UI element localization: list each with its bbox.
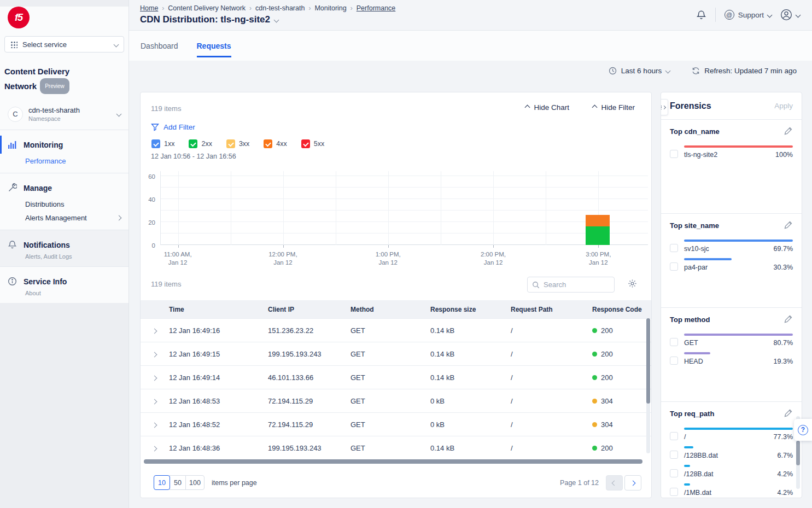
sidebar-item-manage[interactable]: Manage <box>0 180 128 196</box>
forensics-collapse-button[interactable] <box>661 99 668 115</box>
checkbox[interactable] <box>670 469 678 477</box>
checkbox-icon[interactable] <box>226 139 235 148</box>
page-size-100[interactable]: 100 <box>185 475 205 490</box>
checkbox[interactable] <box>670 150 678 158</box>
row-expand-button[interactable] <box>141 326 169 335</box>
status-filter-5xx[interactable]: 5xx <box>301 139 324 148</box>
value-bar <box>684 240 793 242</box>
forensics-item-label[interactable]: tls-ng-site2 <box>684 151 717 159</box>
select-service-dropdown[interactable]: Select service <box>4 36 124 52</box>
forensics-item-label[interactable]: /128BB.dat <box>684 452 718 459</box>
forensics-item-label[interactable]: /1MB.dat <box>684 489 711 497</box>
status-filter-1xx[interactable]: 1xx <box>151 139 174 148</box>
row-expand-button[interactable] <box>141 444 169 452</box>
support-menu[interactable]: Support <box>725 10 772 20</box>
edit-pencil-icon[interactable] <box>784 314 793 324</box>
column-header[interactable]: Time <box>169 306 268 313</box>
time-range-dropdown[interactable]: Last 6 hours <box>609 67 670 75</box>
forensics-item-label[interactable]: / <box>684 433 686 441</box>
row-expand-button[interactable] <box>141 350 169 358</box>
chevron-down-icon[interactable] <box>274 17 279 22</box>
forensics-item-label[interactable]: /128B.dat <box>684 470 714 478</box>
forensics-item-body: /128BB.dat6.7% <box>684 446 793 459</box>
column-header[interactable]: Request Path <box>511 306 592 313</box>
table-row[interactable]: 12 Jan 16:48:5272.194.115.29GET0 kB/304 <box>141 412 651 436</box>
hide-chart-button[interactable]: Hide Chart <box>525 103 569 112</box>
checkbox-icon[interactable] <box>301 139 310 148</box>
row-expand-button[interactable] <box>141 421 169 429</box>
f5-logo[interactable]: f5 <box>8 7 30 28</box>
table-vertical-scrollbar[interactable] <box>646 318 650 453</box>
previous-page-button[interactable] <box>606 475 623 491</box>
breadcrumb-item[interactable]: Performance <box>357 4 396 12</box>
search-input[interactable] <box>544 281 610 289</box>
table-row[interactable]: 12 Jan 16:48:5372.194.115.29GET0 kB/304 <box>141 389 651 412</box>
table-row[interactable]: 12 Jan 16:48:36199.195.193.243GET0.14 kB… <box>141 436 651 459</box>
next-page-button[interactable] <box>624 475 641 491</box>
top-header: HomeContent Delivery Networkcdn-test-sha… <box>129 0 812 31</box>
table-row[interactable]: 12 Jan 16:49:1446.101.133.66GET0.14 kB/2… <box>141 365 651 389</box>
column-header[interactable]: Client IP <box>268 306 350 313</box>
row-expand-button[interactable] <box>141 397 169 405</box>
breadcrumb-item[interactable]: cdn-test-sharath <box>255 4 305 12</box>
status-filter-3xx[interactable]: 3xx <box>226 139 249 148</box>
table-row[interactable]: 12 Jan 16:49:16151.236.23.22GET0.14 kB/2… <box>141 318 651 342</box>
checkbox-icon[interactable] <box>189 139 197 148</box>
hide-filter-button[interactable]: Hide Filter <box>593 103 635 112</box>
status-filter-4xx[interactable]: 4xx <box>264 139 287 148</box>
help-button[interactable] <box>794 419 812 441</box>
table-settings-button[interactable] <box>628 279 637 288</box>
page-size-10[interactable]: 10 <box>154 475 170 490</box>
refresh-control[interactable]: Refresh: Updated 7 min ago <box>692 67 797 75</box>
forensics-item-label[interactable]: pa4-par <box>684 264 708 271</box>
status-filter-2xx[interactable]: 2xx <box>189 139 212 148</box>
forensics-item: /77.3% <box>670 428 793 441</box>
breadcrumb-item[interactable]: Home <box>140 4 158 12</box>
table-row[interactable]: 12 Jan 16:49:15199.195.193.243GET0.14 kB… <box>141 342 651 365</box>
checkbox[interactable] <box>670 432 678 440</box>
checkbox[interactable] <box>670 338 678 346</box>
breadcrumb-item[interactable]: Monitoring <box>314 4 346 12</box>
add-filter-button[interactable]: Add Filter <box>151 123 195 131</box>
forensics-scrollbar-thumb[interactable] <box>796 441 800 465</box>
bell-icon[interactable] <box>696 10 706 20</box>
column-header[interactable]: Method <box>350 306 430 313</box>
sidebar-item-notifications[interactable]: Notifications <box>0 237 128 253</box>
stacked-bar[interactable] <box>586 171 610 245</box>
apply-button[interactable]: Apply <box>774 102 793 110</box>
forensics-item-label[interactable]: GET <box>684 339 698 347</box>
page-size-50[interactable]: 50 <box>170 475 186 490</box>
column-header[interactable]: Response size <box>430 306 511 313</box>
tab-requests[interactable]: Requests <box>197 42 231 57</box>
scrollbar-thumb[interactable] <box>646 318 650 404</box>
checkbox-icon[interactable] <box>151 139 160 148</box>
table-horizontal-scrollbar[interactable] <box>144 459 642 464</box>
sidebar-item-distributions[interactable]: Distributions <box>0 196 128 209</box>
forensics-item-label[interactable]: HEAD <box>684 358 703 365</box>
namespace-selector[interactable]: C cdn-test-sharath Namespace <box>4 103 124 130</box>
checkbox[interactable] <box>670 262 678 271</box>
checkbox[interactable] <box>670 451 678 459</box>
sidebar-item-alerts-management[interactable]: Alerts Management <box>0 209 128 223</box>
edit-pencil-icon[interactable] <box>784 220 793 230</box>
sidebar-item-monitoring[interactable]: Monitoring <box>0 137 128 153</box>
row-expand-button[interactable] <box>141 373 169 382</box>
support-icon <box>725 10 734 20</box>
requests-chart[interactable] <box>160 171 648 245</box>
checkbox[interactable] <box>670 488 678 496</box>
edit-pencil-icon[interactable] <box>784 126 793 136</box>
forensics-item-label[interactable]: sv10-sjc <box>684 245 709 253</box>
checkbox-icon[interactable] <box>264 139 272 148</box>
tab-dashboard[interactable]: Dashboard <box>141 42 178 57</box>
edit-pencil-icon[interactable] <box>784 408 793 418</box>
checkbox[interactable] <box>670 357 678 365</box>
column-header[interactable]: Response Code <box>592 306 651 313</box>
sidebar-item-performance[interactable]: Performance <box>0 153 128 166</box>
account-menu[interactable] <box>780 9 800 21</box>
breadcrumb-item[interactable]: Content Delivery Network <box>168 4 246 12</box>
sidebar-item-service-info[interactable]: Service Info <box>0 273 128 289</box>
value-bar <box>684 352 710 354</box>
cell-method: GET <box>350 326 430 335</box>
checkbox[interactable] <box>670 244 678 252</box>
cell-client_ip: 72.194.115.29 <box>268 397 350 405</box>
